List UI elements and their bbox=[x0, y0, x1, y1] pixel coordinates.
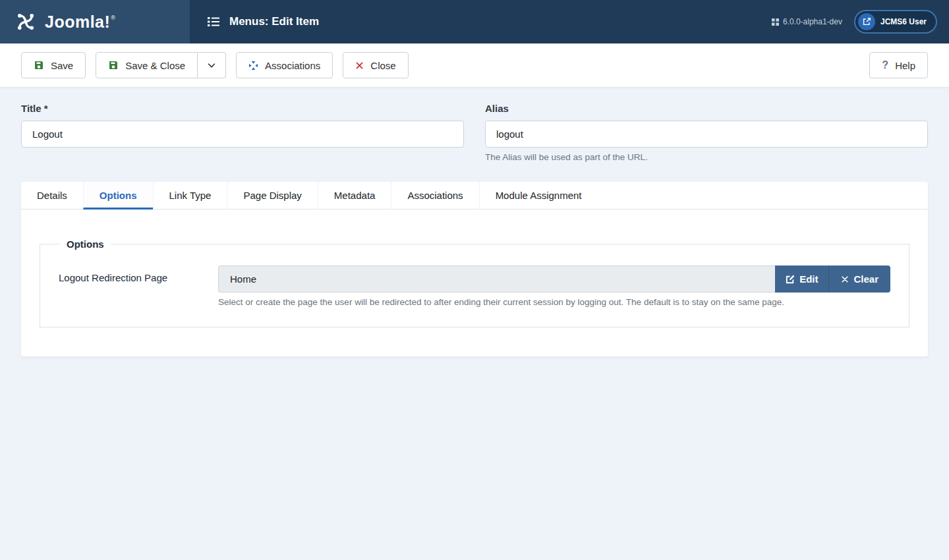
alias-label: Alias bbox=[485, 103, 928, 114]
modal-field: Edit Clear bbox=[218, 266, 890, 293]
menu-list-icon bbox=[207, 15, 220, 28]
alias-help-text: The Alias will be used as part of the UR… bbox=[485, 152, 928, 162]
user-label: JCMS6 User bbox=[880, 17, 927, 26]
version-text: 6.0.0-alpha1-dev bbox=[783, 17, 842, 26]
save-dropdown-toggle[interactable] bbox=[198, 52, 226, 78]
save-close-group: Save & Close bbox=[96, 52, 226, 78]
close-icon bbox=[355, 61, 364, 70]
help-label: Help bbox=[895, 60, 915, 71]
save-and-close-label: Save & Close bbox=[125, 60, 185, 71]
question-mark-icon: ? bbox=[882, 59, 888, 71]
clear-button[interactable]: Clear bbox=[828, 266, 890, 293]
tab-page-display[interactable]: Page Display bbox=[227, 182, 317, 210]
tab-link-type[interactable]: Link Type bbox=[153, 182, 227, 210]
logout-redirection-row: Logout Redirection Page bbox=[40, 263, 909, 307]
tab-associations[interactable]: Associations bbox=[391, 182, 478, 210]
title-alias-row: Title * Alias The Alias will be used as … bbox=[21, 103, 928, 162]
redirection-help-text: Select or create the page the user will … bbox=[218, 297, 890, 307]
options-legend: Options bbox=[60, 238, 111, 250]
page-title: Menus: Edit Item bbox=[207, 0, 319, 43]
associations-button[interactable]: Associations bbox=[236, 52, 333, 78]
main-content: Title * Alias The Alias will be used as … bbox=[0, 103, 949, 356]
close-button[interactable]: Close bbox=[343, 52, 408, 78]
help-button[interactable]: ? Help bbox=[869, 52, 928, 78]
user-menu-button[interactable]: JCMS6 User bbox=[854, 10, 937, 34]
title-field-group: Title * bbox=[21, 103, 464, 162]
save-label: Save bbox=[51, 60, 73, 71]
save-and-close-button[interactable]: Save & Close bbox=[96, 52, 198, 78]
options-tab-panel: Options Logout Redirection Page bbox=[21, 210, 928, 356]
save-icon bbox=[108, 60, 119, 70]
header: Joomla!® Menus: Edit Item 6.0.0-alpha1-d… bbox=[0, 0, 949, 43]
alias-input[interactable] bbox=[485, 121, 928, 148]
joomla-logo-icon bbox=[14, 11, 37, 33]
version-icon bbox=[772, 18, 779, 26]
tab-options[interactable]: Options bbox=[83, 182, 153, 210]
redirection-page-value bbox=[218, 266, 775, 293]
tab-bar: Details Options Link Type Page Display M… bbox=[21, 182, 928, 210]
header-right: 6.0.0-alpha1-dev JCMS6 User bbox=[772, 0, 949, 43]
clear-label: Clear bbox=[853, 273, 878, 285]
tab-details[interactable]: Details bbox=[21, 182, 83, 210]
save-icon bbox=[34, 60, 44, 70]
tab-module-assignment[interactable]: Module Assignment bbox=[479, 182, 598, 210]
close-label: Close bbox=[370, 60, 395, 71]
clear-x-icon bbox=[841, 275, 849, 283]
toolbar: Save Save & Close Associatio bbox=[0, 43, 949, 87]
logout-redirection-label: Logout Redirection Page bbox=[59, 266, 218, 283]
edit-item-card: Details Options Link Type Page Display M… bbox=[21, 182, 928, 356]
tab-metadata[interactable]: Metadata bbox=[318, 182, 391, 210]
alias-field-group: Alias The Alias will be used as part of … bbox=[485, 103, 928, 162]
page-title-text: Menus: Edit Item bbox=[229, 15, 319, 28]
title-input[interactable] bbox=[21, 121, 464, 148]
user-external-link-icon bbox=[858, 13, 875, 30]
options-fieldset: Options Logout Redirection Page bbox=[40, 238, 909, 327]
edit-label: Edit bbox=[799, 273, 818, 285]
brand-text: Joomla!® bbox=[45, 13, 116, 32]
edit-button[interactable]: Edit bbox=[775, 266, 828, 293]
save-button[interactable]: Save bbox=[21, 52, 86, 78]
associations-icon bbox=[248, 61, 258, 70]
associations-label: Associations bbox=[265, 60, 320, 71]
title-label: Title * bbox=[21, 103, 464, 114]
edit-pen-icon bbox=[786, 275, 795, 284]
version-info[interactable]: 6.0.0-alpha1-dev bbox=[772, 17, 842, 26]
chevron-down-icon bbox=[207, 61, 216, 70]
logout-redirection-control: Edit Clear Select or bbox=[218, 266, 890, 307]
registered-mark: ® bbox=[111, 14, 115, 21]
joomla-logo[interactable]: Joomla!® bbox=[0, 0, 190, 43]
